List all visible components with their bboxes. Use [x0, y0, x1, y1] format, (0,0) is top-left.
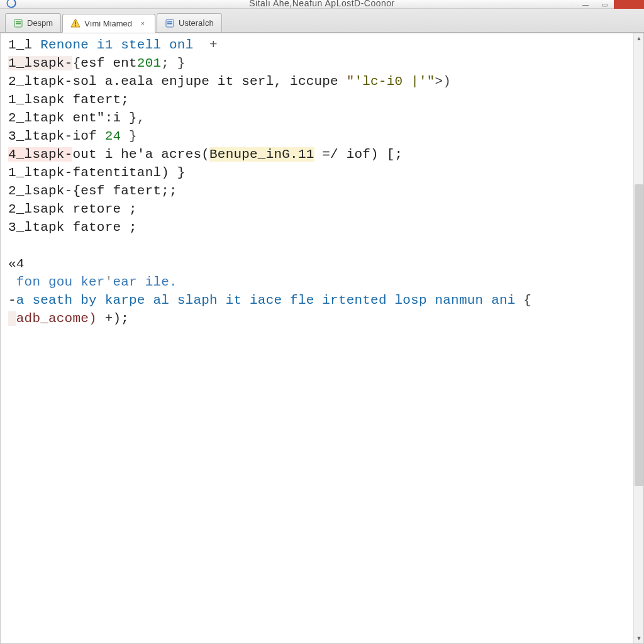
app-icon [5, 0, 18, 8]
token: 24 [105, 129, 121, 143]
line-prefix: 3_ltapk- [8, 129, 72, 143]
svg-rect-6 [75, 25, 76, 26]
token: out i he'a [72, 147, 161, 162]
line-prefix: - [8, 293, 16, 308]
svg-rect-9 [167, 23, 172, 25]
maximize-button[interactable]: ▭ [595, 0, 614, 9]
code-line: 1_l Renone i1 stell onl + [8, 36, 627, 54]
svg-rect-5 [75, 21, 76, 25]
token: fatert; [72, 92, 129, 107]
token: ear ile. [113, 275, 177, 289]
code-line: 2_ltapk ent":i }, [8, 109, 627, 127]
tab-2[interactable]: Usteraİch [157, 13, 222, 32]
line-prefix [8, 275, 16, 289]
tab-bar: DespmVımi Miamed×Usteraİch [0, 9, 644, 33]
close-button[interactable] [614, 0, 644, 9]
line-prefix: 2_lsapk [8, 202, 72, 216]
line-prefix: 2_ltapk [8, 111, 72, 125]
svg-rect-3 [16, 23, 21, 25]
scroll-thumb[interactable] [635, 184, 643, 486]
code-editor[interactable]: 1_l Renone i1 stell onl +1_lsapk-{esf en… [1, 33, 633, 643]
tab-label: Vımi Miamed [84, 19, 132, 28]
code-line: adb_acome) +); [8, 309, 627, 328]
tab-1[interactable]: Vımi Miamed× [62, 14, 155, 33]
code-line: 3_ltapk fatore ; [8, 218, 627, 236]
line-prefix: «4 [8, 257, 25, 271]
code-line: fon gou ker'ear ile. [8, 273, 627, 291]
svg-rect-8 [167, 21, 172, 23]
token: ' [105, 275, 113, 289]
token: 'lc-i0 |'" [355, 74, 435, 89]
minimize-button[interactable]: — [576, 0, 595, 9]
window-title: Sitalı Ahe,Neafun ApLostD-Coonor [249, 0, 395, 8]
line-prefix: 1_ltapk- [8, 165, 72, 180]
token: , [137, 111, 145, 125]
line-prefix [8, 311, 16, 326]
token: " [347, 74, 355, 89]
token: acres( [161, 147, 209, 162]
title-bar: Sitalı Ahe,Neafun ApLostD-Coonor — ▭ [0, 0, 644, 9]
token: 201 [137, 56, 161, 70]
token: ; } [161, 56, 185, 70]
code-line: 2_ltapk-sol a.eala enjupe it serl, iccup… [8, 72, 627, 91]
tab-0[interactable]: Despm [5, 13, 61, 32]
warning-icon [70, 18, 80, 28]
token: fon gou ker [16, 275, 105, 289]
line-prefix: 1_lsapk- [8, 56, 72, 70]
token: a seath by karpe al slaph it iace fle ir… [16, 293, 524, 308]
code-line: 3_ltapk-iof 24 } [8, 127, 627, 145]
token: } [121, 129, 137, 143]
code-line: 2_lsapk retore ; [8, 200, 627, 218]
token: {esf fatert;; [72, 184, 177, 198]
code-line: «4 [8, 255, 627, 273]
code-line: 2_lsapk-{esf fatert;; [8, 182, 627, 200]
token: =/ iof) [; [314, 147, 403, 162]
file-icon-blue [165, 18, 175, 28]
token: + [209, 38, 218, 52]
scroll-down-arrow[interactable]: ▼ [634, 633, 644, 643]
token: iof [72, 129, 104, 143]
line-prefix: 2_ltapk- [8, 74, 72, 89]
line-prefix: 1_lsapk [8, 92, 72, 107]
token: esf ent [80, 56, 137, 70]
tab-label: Usteraİch [179, 18, 214, 28]
token: sol a.eala enjupe it serl, iccupe [72, 74, 346, 89]
token: fatentitanl) } [72, 165, 185, 180]
vertical-scrollbar[interactable]: ▲ ▼ [633, 33, 643, 643]
token: { [72, 56, 80, 70]
token: Benupe_inG.11 [209, 147, 314, 162]
token: retore ; [72, 202, 136, 216]
line-prefix: 1_l [8, 38, 40, 52]
code-line [8, 236, 627, 255]
scroll-up-arrow[interactable]: ▲ [634, 33, 644, 43]
token: ent":i } [72, 111, 136, 125]
token: > [435, 74, 443, 89]
svg-rect-2 [16, 21, 21, 23]
tab-label: Despm [27, 18, 53, 28]
line-prefix: 4_lsapk- [8, 147, 72, 162]
window-controls: — ▭ [576, 0, 644, 9]
token: Renone i1 stell onl [40, 38, 209, 52]
code-line: 1_lsapk-{esf ent201; } [8, 54, 627, 72]
code-line: 1_ltapk-fatentitanl) } [8, 164, 627, 182]
token: adb_acome) [16, 311, 97, 326]
code-line: 4_lsapk-out i he'a acres(Benupe_inG.11 =… [8, 145, 627, 164]
file-icon-green [13, 18, 23, 28]
line-prefix: 2_lsapk- [8, 184, 72, 198]
code-line: -a seath by karpe al slaph it iace fle i… [8, 291, 627, 309]
line-prefix: 3_ltapk [8, 220, 72, 235]
code-line: 1_lsapk fatert; [8, 91, 627, 109]
token: ) [443, 74, 451, 89]
token: { [523, 293, 531, 308]
tab-close-icon[interactable]: × [138, 19, 147, 28]
token: +); [97, 311, 129, 326]
token: fatore ; [72, 220, 136, 235]
editor-pane: 1_l Renone i1 stell onl +1_lsapk-{esf en… [0, 33, 644, 644]
